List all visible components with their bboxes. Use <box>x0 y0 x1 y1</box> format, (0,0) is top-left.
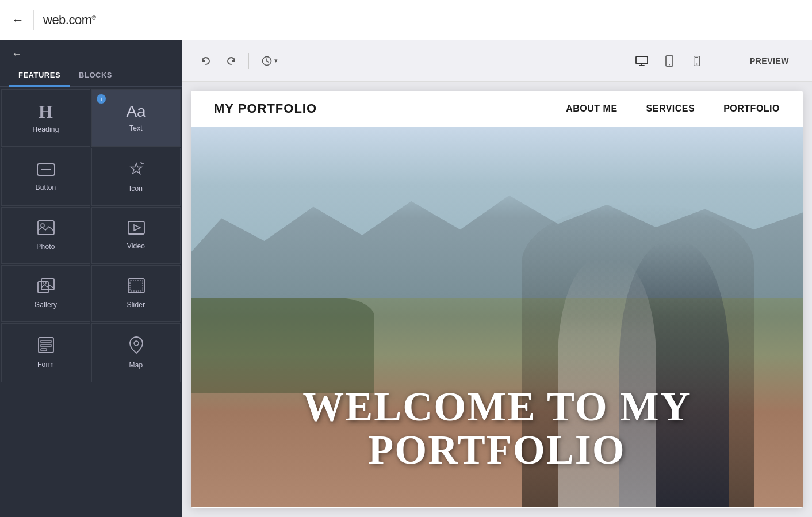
svg-marker-5 <box>134 225 140 231</box>
hero-trees <box>191 298 374 393</box>
feature-item-icon[interactable]: Icon <box>91 148 181 206</box>
hero-line2: PORTFOLIO <box>221 428 772 472</box>
svg-point-8 <box>44 282 46 284</box>
desktop-view-button[interactable] <box>630 51 653 71</box>
mobile-view-button[interactable] <box>685 51 708 71</box>
sidebar-tabs: FEATURES BLOCKS <box>0 65 182 87</box>
preview-button[interactable]: PREVIEW <box>741 52 798 70</box>
main-layout: ← FEATURES BLOCKS H Heading i Aa Text <box>0 40 812 517</box>
svg-rect-19 <box>636 56 648 64</box>
feature-label-form: Form <box>37 361 54 369</box>
svg-rect-7 <box>41 279 54 290</box>
heading-icon: H <box>39 102 53 121</box>
icon-icon <box>128 161 144 180</box>
svg-point-17 <box>134 341 139 346</box>
feature-label-heading: Heading <box>32 125 59 133</box>
svg-point-23 <box>669 64 670 65</box>
history-button[interactable]: ▾ <box>256 52 284 70</box>
tab-features[interactable]: FEATURES <box>9 65 70 87</box>
feature-item-heading[interactable]: H Heading <box>1 89 90 147</box>
feature-grid: H Heading i Aa Text Button <box>0 88 182 517</box>
feature-label-icon: Icon <box>129 185 143 193</box>
topbar-logo: web.com® <box>43 13 95 28</box>
svg-rect-10 <box>130 281 143 291</box>
logo-text: web.com <box>43 13 92 27</box>
feature-label-map: Map <box>129 361 143 369</box>
history-icon <box>262 56 272 66</box>
svg-point-3 <box>41 224 44 227</box>
feature-item-button[interactable]: Button <box>1 148 90 206</box>
feature-item-form[interactable]: Form <box>1 323 90 382</box>
svg-rect-2 <box>38 221 54 235</box>
button-icon <box>37 163 55 179</box>
sidebar: ← FEATURES BLOCKS H Heading i Aa Text <box>0 40 182 517</box>
map-icon <box>129 336 144 357</box>
site-logo: MY PORTFOLIO <box>214 101 317 116</box>
history-arrow-icon: ▾ <box>274 57 278 64</box>
redo-button[interactable] <box>221 51 242 71</box>
svg-rect-4 <box>128 221 144 234</box>
topbar: ← web.com® <box>0 0 812 40</box>
svg-rect-9 <box>128 279 144 293</box>
hero-text: WELCOME TO MY PORTFOLIO <box>221 385 772 472</box>
preview-hero: WELCOME TO MY PORTFOLIO <box>191 127 803 507</box>
desktop-icon <box>635 56 648 66</box>
feature-item-gallery[interactable]: Gallery <box>1 265 90 322</box>
form-icon <box>38 337 54 356</box>
info-badge: i <box>97 94 106 104</box>
website-preview: MY PORTFOLIO ABOUT ME SERVICES PORTFOLIO <box>191 91 803 508</box>
feature-label-gallery: Gallery <box>35 301 57 309</box>
back-arrow-icon: ← <box>12 13 24 27</box>
canvas-toolbar: ▾ <box>182 40 812 82</box>
feature-label-photo: Photo <box>36 243 55 251</box>
svg-rect-15 <box>41 344 51 347</box>
feature-item-photo[interactable]: Photo <box>1 207 90 264</box>
gallery-icon <box>37 278 55 296</box>
svg-point-12 <box>135 292 137 294</box>
tablet-icon <box>665 55 673 67</box>
nav-links: ABOUT ME SERVICES PORTFOLIO <box>566 104 780 114</box>
text-icon: Aa <box>126 104 145 120</box>
feature-item-slider[interactable]: Slider <box>91 265 181 322</box>
feature-label-slider: Slider <box>127 301 145 309</box>
hero-line1: WELCOME TO MY <box>221 385 772 429</box>
feature-label-video: Video <box>127 242 145 250</box>
logo-sup: ® <box>92 14 96 20</box>
photo-icon <box>37 220 55 238</box>
feature-item-text[interactable]: i Aa Text <box>91 89 181 147</box>
nav-link-about[interactable]: ABOUT ME <box>566 104 617 114</box>
video-icon <box>128 221 145 238</box>
sidebar-back-button[interactable]: ← <box>12 48 22 60</box>
svg-rect-14 <box>41 340 51 343</box>
undo-icon <box>201 56 211 66</box>
svg-point-25 <box>696 63 698 64</box>
preview-nav: MY PORTFOLIO ABOUT ME SERVICES PORTFOLIO <box>191 91 803 127</box>
toolbar-divider <box>248 53 249 69</box>
feature-item-map[interactable]: Map <box>91 323 181 382</box>
feature-label-text: Text <box>129 124 143 132</box>
svg-rect-6 <box>38 282 48 293</box>
canvas: ▾ <box>182 40 812 517</box>
topbar-divider <box>33 10 34 30</box>
svg-rect-16 <box>41 349 47 351</box>
topbar-back-button[interactable]: ← <box>12 14 24 26</box>
undo-button[interactable] <box>196 51 216 71</box>
redo-icon <box>226 56 236 66</box>
feature-label-button: Button <box>36 183 56 192</box>
feature-item-video[interactable]: Video <box>91 207 181 264</box>
tab-blocks[interactable]: BLOCKS <box>70 65 121 87</box>
slider-icon <box>128 278 145 296</box>
nav-link-portfolio[interactable]: PORTFOLIO <box>723 104 780 114</box>
sidebar-header: ← <box>0 40 182 60</box>
tablet-view-button[interactable] <box>658 51 681 71</box>
mobile-icon <box>694 56 700 66</box>
nav-link-services[interactable]: SERVICES <box>646 104 695 114</box>
